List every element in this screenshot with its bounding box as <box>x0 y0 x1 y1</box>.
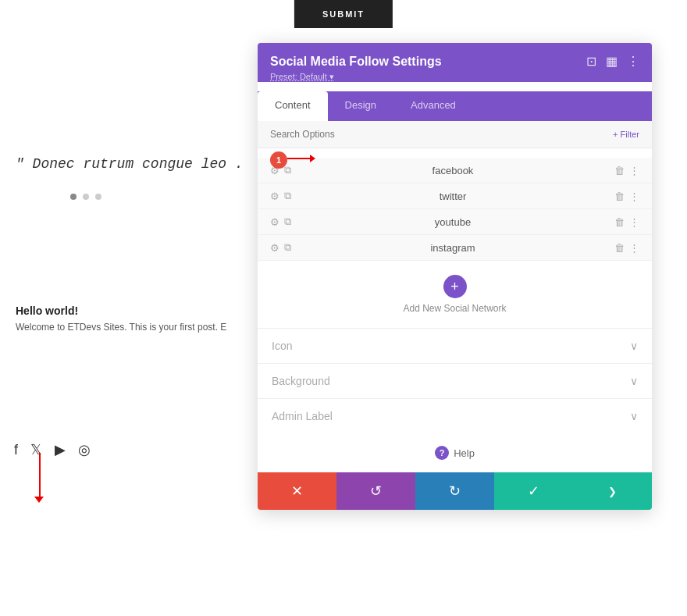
facebook-icon[interactable]: f <box>14 442 18 458</box>
gear-icon[interactable]: ⚙ <box>270 216 279 228</box>
filter-button[interactable]: + Filter <box>613 130 639 139</box>
youtube-icon[interactable]: ▶ <box>55 441 66 458</box>
help-button[interactable]: ? Help <box>258 433 652 472</box>
panel-header-icons: ⊡ ▦ ⋮ <box>586 54 639 69</box>
responsive-icon[interactable]: ⊡ <box>586 54 596 69</box>
annotation-arrow-horizontal <box>287 158 311 159</box>
dot-2 <box>83 194 89 200</box>
pagination-dots <box>70 194 101 200</box>
tab-content[interactable]: Content <box>258 91 328 121</box>
more-icon[interactable]: ⋮ <box>629 242 639 254</box>
gear-icon[interactable]: ⚙ <box>270 190 279 202</box>
copy-icon[interactable]: ⧉ <box>284 164 291 176</box>
row-right-icons: 🗑 ⋮ <box>614 216 639 228</box>
undo-button[interactable]: ↺ <box>336 472 415 510</box>
add-circle-icon: + <box>443 275 467 298</box>
post-excerpt: Welcome to ETDevs Sites. This is your fi… <box>16 322 226 333</box>
copy-icon[interactable]: ⧉ <box>284 241 291 254</box>
network-name-youtube: youtube <box>297 216 608 228</box>
more-icon[interactable]: ⋮ <box>629 165 639 176</box>
quote-text: " Donec rutrum congue leo . <box>16 156 244 172</box>
submit-button[interactable]: SUBMIT <box>294 0 393 28</box>
section-background[interactable]: Background ∨ <box>258 363 652 398</box>
dot-1 <box>70 194 77 200</box>
redo-button[interactable]: ↻ <box>415 472 494 510</box>
network-row-youtube[interactable]: ⚙ ⧉ youtube 🗑 ⋮ <box>258 209 652 235</box>
network-row-facebook[interactable]: ⚙ ⧉ facebook 🗑 ⋮ <box>258 158 652 183</box>
annotation-arrow-vertical <box>39 453 41 500</box>
search-input[interactable] <box>270 129 613 140</box>
instagram-icon[interactable]: ◎ <box>78 441 91 458</box>
copy-icon[interactable]: ⧉ <box>284 190 291 202</box>
section-admin-label[interactable]: Admin Label ∨ <box>258 398 652 433</box>
row-left-icons: ⚙ ⧉ <box>270 215 291 228</box>
section-icon[interactable]: Icon ∨ <box>258 328 652 363</box>
more-options-icon[interactable]: ⋮ <box>627 54 639 69</box>
badge-row: 1 <box>258 148 652 155</box>
close-button[interactable]: ❯ <box>573 472 652 510</box>
copy-icon[interactable]: ⧉ <box>284 215 291 228</box>
chevron-down-icon: ∨ <box>630 340 638 352</box>
row-right-icons: 🗑 ⋮ <box>614 242 639 254</box>
delete-icon[interactable]: 🗑 <box>614 242 625 254</box>
cancel-button[interactable]: ✕ <box>258 472 336 510</box>
panel-header: Social Media Follow Settings ⊡ ▦ ⋮ Prese… <box>258 43 652 82</box>
settings-panel: Social Media Follow Settings ⊡ ▦ ⋮ Prese… <box>258 43 652 510</box>
network-name-facebook: facebook <box>297 165 608 176</box>
row-left-icons: ⚙ ⧉ <box>270 190 291 202</box>
more-icon[interactable]: ⋮ <box>629 216 639 228</box>
network-list: ⚙ ⧉ facebook 🗑 ⋮ ⚙ ⧉ twitter 🗑 ⋮ <box>258 155 652 264</box>
network-row-instagram[interactable]: ⚙ ⧉ instagram 🗑 ⋮ <box>258 235 652 261</box>
network-name-twitter: twitter <box>297 190 608 202</box>
panel-header-top: Social Media Follow Settings ⊡ ▦ ⋮ <box>270 54 639 69</box>
chevron-down-icon: ∨ <box>630 410 638 422</box>
item-badge: 1 <box>270 151 287 169</box>
panel-body: + Filter 1 ⚙ ⧉ facebook 🗑 ⋮ <box>258 121 652 510</box>
more-icon[interactable]: ⋮ <box>629 190 639 202</box>
add-network-button[interactable]: + Add New Social Network <box>258 264 652 328</box>
dot-3 <box>95 194 101 200</box>
social-icons-footer: f 𝕏 ▶ ◎ <box>14 441 91 458</box>
save-button[interactable]: ✓ <box>494 472 573 510</box>
section-admin-label-label: Admin Label <box>272 410 333 422</box>
gear-icon[interactable]: ⚙ <box>270 242 279 254</box>
panel-tabs: Content Design Advanced <box>258 91 652 121</box>
delete-icon[interactable]: 🗑 <box>614 165 625 176</box>
annotation-arrow-head <box>34 497 44 503</box>
panel-title: Social Media Follow Settings <box>270 55 442 69</box>
help-label: Help <box>454 447 475 459</box>
layout-icon[interactable]: ▦ <box>606 54 618 69</box>
network-name-instagram: instagram <box>297 242 608 254</box>
search-bar: + Filter <box>258 121 652 148</box>
post-title: Hello world! <box>16 304 226 317</box>
row-left-icons: ⚙ ⧉ <box>270 241 291 254</box>
delete-icon[interactable]: 🗑 <box>614 216 625 228</box>
network-row-twitter[interactable]: ⚙ ⧉ twitter 🗑 ⋮ <box>258 183 652 209</box>
chevron-down-icon: ∨ <box>630 375 638 387</box>
row-right-icons: 🗑 ⋮ <box>614 165 639 176</box>
preset-selector[interactable]: Preset: Default ▾ <box>270 72 639 82</box>
section-icon-label: Icon <box>272 340 292 352</box>
help-icon: ? <box>435 446 449 460</box>
bottom-action-bar: ✕ ↺ ↻ ✓ ❯ <box>258 472 652 510</box>
tab-design[interactable]: Design <box>328 91 393 121</box>
blog-post-preview: Hello world! Welcome to ETDevs Sites. Th… <box>16 304 226 333</box>
add-network-label: Add New Social Network <box>403 303 506 314</box>
tab-advanced[interactable]: Advanced <box>393 91 473 121</box>
section-background-label: Background <box>272 375 330 387</box>
delete-icon[interactable]: 🗑 <box>614 190 625 202</box>
row-right-icons: 🗑 ⋮ <box>614 190 639 202</box>
